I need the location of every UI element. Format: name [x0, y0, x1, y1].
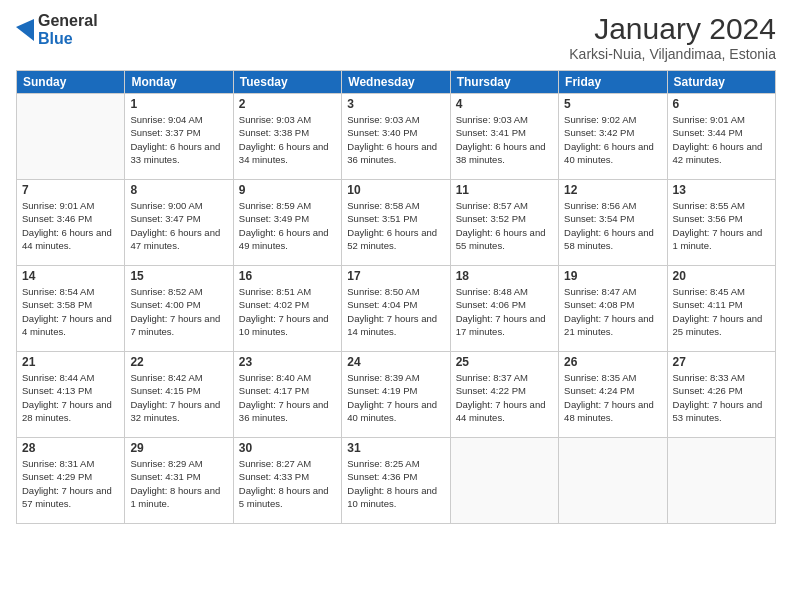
location: Karksi-Nuia, Viljandimaa, Estonia: [569, 46, 776, 62]
day-cell: 25 Sunrise: 8:37 AMSunset: 4:22 PMDaylig…: [450, 352, 558, 438]
weekday-header-wednesday: Wednesday: [342, 71, 450, 94]
day-cell: 21 Sunrise: 8:44 AMSunset: 4:13 PMDaylig…: [17, 352, 125, 438]
day-number: 23: [239, 355, 336, 369]
day-info: Sunrise: 9:01 AMSunset: 3:46 PMDaylight:…: [22, 199, 119, 252]
week-row-5: 28 Sunrise: 8:31 AMSunset: 4:29 PMDaylig…: [17, 438, 776, 524]
day-info: Sunrise: 9:00 AMSunset: 3:47 PMDaylight:…: [130, 199, 227, 252]
day-info: Sunrise: 8:33 AMSunset: 4:26 PMDaylight:…: [673, 371, 770, 424]
day-number: 25: [456, 355, 553, 369]
day-cell: 26 Sunrise: 8:35 AMSunset: 4:24 PMDaylig…: [559, 352, 667, 438]
day-number: 11: [456, 183, 553, 197]
day-info: Sunrise: 8:27 AMSunset: 4:33 PMDaylight:…: [239, 457, 336, 510]
day-number: 2: [239, 97, 336, 111]
day-cell: 17 Sunrise: 8:50 AMSunset: 4:04 PMDaylig…: [342, 266, 450, 352]
day-cell: 11 Sunrise: 8:57 AMSunset: 3:52 PMDaylig…: [450, 180, 558, 266]
week-row-2: 7 Sunrise: 9:01 AMSunset: 3:46 PMDayligh…: [17, 180, 776, 266]
day-cell: 3 Sunrise: 9:03 AMSunset: 3:40 PMDayligh…: [342, 94, 450, 180]
day-number: 28: [22, 441, 119, 455]
day-cell: 19 Sunrise: 8:47 AMSunset: 4:08 PMDaylig…: [559, 266, 667, 352]
day-info: Sunrise: 8:56 AMSunset: 3:54 PMDaylight:…: [564, 199, 661, 252]
svg-marker-0: [16, 19, 34, 41]
day-number: 18: [456, 269, 553, 283]
logo-blue: Blue: [38, 30, 98, 48]
logo: General Blue: [16, 12, 98, 47]
day-info: Sunrise: 9:02 AMSunset: 3:42 PMDaylight:…: [564, 113, 661, 166]
day-cell: 16 Sunrise: 8:51 AMSunset: 4:02 PMDaylig…: [233, 266, 341, 352]
day-number: 19: [564, 269, 661, 283]
page: General Blue January 2024 Karksi-Nuia, V…: [0, 0, 792, 612]
day-cell: [559, 438, 667, 524]
day-cell: 31 Sunrise: 8:25 AMSunset: 4:36 PMDaylig…: [342, 438, 450, 524]
day-info: Sunrise: 8:57 AMSunset: 3:52 PMDaylight:…: [456, 199, 553, 252]
title-block: January 2024 Karksi-Nuia, Viljandimaa, E…: [569, 12, 776, 62]
day-number: 9: [239, 183, 336, 197]
day-cell: 9 Sunrise: 8:59 AMSunset: 3:49 PMDayligh…: [233, 180, 341, 266]
day-info: Sunrise: 8:58 AMSunset: 3:51 PMDaylight:…: [347, 199, 444, 252]
day-info: Sunrise: 8:39 AMSunset: 4:19 PMDaylight:…: [347, 371, 444, 424]
day-info: Sunrise: 8:45 AMSunset: 4:11 PMDaylight:…: [673, 285, 770, 338]
day-info: Sunrise: 9:01 AMSunset: 3:44 PMDaylight:…: [673, 113, 770, 166]
day-cell: 2 Sunrise: 9:03 AMSunset: 3:38 PMDayligh…: [233, 94, 341, 180]
day-number: 3: [347, 97, 444, 111]
day-cell: 15 Sunrise: 8:52 AMSunset: 4:00 PMDaylig…: [125, 266, 233, 352]
weekday-header-monday: Monday: [125, 71, 233, 94]
day-number: 12: [564, 183, 661, 197]
weekday-header-sunday: Sunday: [17, 71, 125, 94]
day-cell: 29 Sunrise: 8:29 AMSunset: 4:31 PMDaylig…: [125, 438, 233, 524]
day-number: 20: [673, 269, 770, 283]
day-info: Sunrise: 8:29 AMSunset: 4:31 PMDaylight:…: [130, 457, 227, 510]
day-cell: 5 Sunrise: 9:02 AMSunset: 3:42 PMDayligh…: [559, 94, 667, 180]
weekday-header-tuesday: Tuesday: [233, 71, 341, 94]
day-cell: 22 Sunrise: 8:42 AMSunset: 4:15 PMDaylig…: [125, 352, 233, 438]
day-info: Sunrise: 8:52 AMSunset: 4:00 PMDaylight:…: [130, 285, 227, 338]
day-info: Sunrise: 8:31 AMSunset: 4:29 PMDaylight:…: [22, 457, 119, 510]
day-cell: 1 Sunrise: 9:04 AMSunset: 3:37 PMDayligh…: [125, 94, 233, 180]
month-year: January 2024: [569, 12, 776, 46]
day-number: 31: [347, 441, 444, 455]
day-info: Sunrise: 9:03 AMSunset: 3:41 PMDaylight:…: [456, 113, 553, 166]
day-cell: 4 Sunrise: 9:03 AMSunset: 3:41 PMDayligh…: [450, 94, 558, 180]
week-row-4: 21 Sunrise: 8:44 AMSunset: 4:13 PMDaylig…: [17, 352, 776, 438]
day-cell: 30 Sunrise: 8:27 AMSunset: 4:33 PMDaylig…: [233, 438, 341, 524]
day-info: Sunrise: 8:50 AMSunset: 4:04 PMDaylight:…: [347, 285, 444, 338]
day-cell: 20 Sunrise: 8:45 AMSunset: 4:11 PMDaylig…: [667, 266, 775, 352]
logo-text: General Blue: [38, 12, 98, 47]
day-cell: 18 Sunrise: 8:48 AMSunset: 4:06 PMDaylig…: [450, 266, 558, 352]
day-number: 17: [347, 269, 444, 283]
day-info: Sunrise: 8:48 AMSunset: 4:06 PMDaylight:…: [456, 285, 553, 338]
day-cell: 6 Sunrise: 9:01 AMSunset: 3:44 PMDayligh…: [667, 94, 775, 180]
day-info: Sunrise: 8:54 AMSunset: 3:58 PMDaylight:…: [22, 285, 119, 338]
day-number: 27: [673, 355, 770, 369]
weekday-header-saturday: Saturday: [667, 71, 775, 94]
day-cell: 8 Sunrise: 9:00 AMSunset: 3:47 PMDayligh…: [125, 180, 233, 266]
day-number: 29: [130, 441, 227, 455]
day-cell: 12 Sunrise: 8:56 AMSunset: 3:54 PMDaylig…: [559, 180, 667, 266]
weekday-header-thursday: Thursday: [450, 71, 558, 94]
logo-general: General: [38, 12, 98, 30]
day-info: Sunrise: 8:59 AMSunset: 3:49 PMDaylight:…: [239, 199, 336, 252]
weekday-header-friday: Friday: [559, 71, 667, 94]
day-number: 14: [22, 269, 119, 283]
day-number: 7: [22, 183, 119, 197]
day-number: 4: [456, 97, 553, 111]
day-info: Sunrise: 8:55 AMSunset: 3:56 PMDaylight:…: [673, 199, 770, 252]
day-number: 8: [130, 183, 227, 197]
day-number: 22: [130, 355, 227, 369]
day-cell: [450, 438, 558, 524]
week-row-1: 1 Sunrise: 9:04 AMSunset: 3:37 PMDayligh…: [17, 94, 776, 180]
day-number: 13: [673, 183, 770, 197]
day-cell: 23 Sunrise: 8:40 AMSunset: 4:17 PMDaylig…: [233, 352, 341, 438]
day-info: Sunrise: 8:25 AMSunset: 4:36 PMDaylight:…: [347, 457, 444, 510]
day-cell: [667, 438, 775, 524]
day-cell: 28 Sunrise: 8:31 AMSunset: 4:29 PMDaylig…: [17, 438, 125, 524]
day-cell: [17, 94, 125, 180]
day-info: Sunrise: 9:03 AMSunset: 3:40 PMDaylight:…: [347, 113, 444, 166]
day-number: 30: [239, 441, 336, 455]
day-info: Sunrise: 8:40 AMSunset: 4:17 PMDaylight:…: [239, 371, 336, 424]
logo-icon: [16, 19, 34, 41]
day-number: 16: [239, 269, 336, 283]
day-cell: 27 Sunrise: 8:33 AMSunset: 4:26 PMDaylig…: [667, 352, 775, 438]
day-cell: 14 Sunrise: 8:54 AMSunset: 3:58 PMDaylig…: [17, 266, 125, 352]
weekday-header-row: SundayMondayTuesdayWednesdayThursdayFrid…: [17, 71, 776, 94]
day-cell: 7 Sunrise: 9:01 AMSunset: 3:46 PMDayligh…: [17, 180, 125, 266]
